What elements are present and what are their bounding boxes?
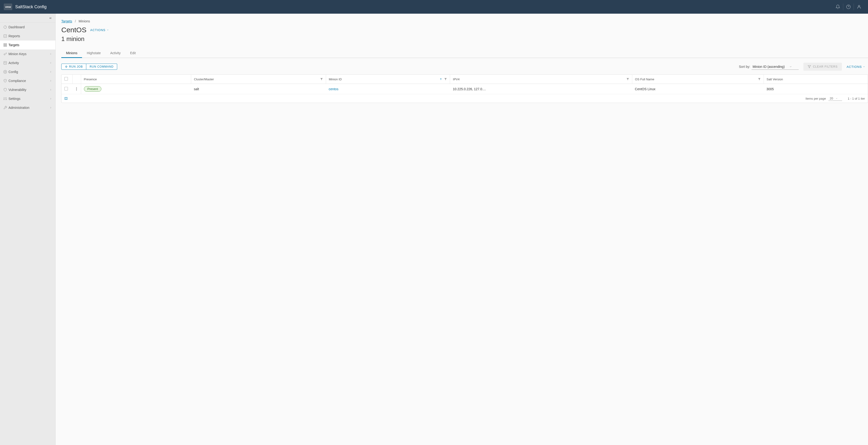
bolt-icon	[65, 65, 68, 68]
select-all-checkbox[interactable]	[64, 77, 68, 80]
chevron-double-left-icon	[49, 16, 52, 20]
run-command-button[interactable]: RUN COMMAND	[86, 64, 117, 70]
arrow-up-icon[interactable]	[439, 78, 442, 80]
sidebar-item-activity[interactable]: Activity	[0, 59, 55, 67]
sort-label: Sort by:	[739, 65, 750, 69]
sidebar-item-config[interactable]: Config	[0, 67, 55, 76]
help-icon[interactable]	[843, 0, 854, 14]
svg-rect-6	[5, 43, 7, 45]
svg-point-0	[846, 5, 850, 9]
sidebar-item-label: Config	[8, 70, 49, 74]
vmw-logo: vmw	[4, 3, 12, 10]
columns-picker[interactable]	[64, 97, 68, 100]
sidebar-item-minion-keys[interactable]: Minion Keys	[0, 49, 55, 59]
col-label: Salt Version	[767, 77, 783, 81]
chevron-right-icon	[49, 62, 52, 64]
pagination-range: 1 - 1 of 1 iter	[848, 97, 865, 100]
sidebar-item-label: Targets	[8, 43, 52, 47]
select-all-header	[62, 75, 72, 84]
page-actions-label: ACTIONS	[90, 28, 105, 32]
col-label: Minion ID	[329, 77, 342, 81]
wrench-icon	[3, 106, 8, 109]
sidebar-item-vulnerability[interactable]: Vulnerability	[0, 85, 55, 94]
header-actions	[833, 0, 864, 14]
svg-marker-23	[320, 78, 323, 80]
col-salt-version[interactable]: Salt Version	[764, 75, 868, 84]
tab-activity[interactable]: Activity	[105, 49, 125, 58]
chevron-right-icon	[49, 70, 52, 73]
tab-highstate[interactable]: Highstate	[82, 49, 105, 58]
sidebar-item-label: Vulnerability	[8, 88, 49, 92]
table-actions-dropdown[interactable]: ACTIONS	[846, 65, 865, 69]
sidebar-item-label: Activity	[8, 61, 49, 65]
sidebar-item-administration[interactable]: Administration	[0, 103, 55, 112]
page-title: CentOS	[61, 26, 87, 34]
breadcrumb-current: Minions	[79, 19, 90, 23]
sliders-icon	[3, 97, 8, 101]
minions-table: Presence Cluster/Master Minion ID IPV4 O…	[61, 74, 868, 103]
run-job-button[interactable]: RUN JOB	[61, 64, 86, 70]
gauge-icon	[3, 25, 8, 29]
minion-link[interactable]: centos	[329, 87, 338, 91]
row-menu[interactable]	[75, 87, 78, 92]
shield-icon	[3, 88, 8, 92]
app-header: vmw SaltStack Config	[0, 0, 868, 14]
sort-select[interactable]: Minion ID (ascending)	[751, 64, 799, 70]
filter-icon[interactable]	[444, 78, 447, 80]
cell-salt-version: 3005	[764, 84, 868, 94]
breadcrumb-root[interactable]: Targets	[61, 19, 72, 23]
app-title: SaltStack Config	[15, 4, 833, 9]
chevron-right-icon	[49, 53, 52, 55]
run-command-label: RUN COMMAND	[90, 65, 114, 68]
col-label: IPV4	[453, 77, 460, 81]
filter-icon[interactable]	[626, 78, 629, 80]
col-label: Cluster/Master	[194, 77, 214, 81]
presence-badge: Present	[84, 86, 102, 92]
filter-icon[interactable]	[758, 78, 761, 80]
svg-point-9	[4, 54, 5, 55]
sidebar-item-label: Dashboard	[8, 25, 52, 29]
run-job-label: RUN JOB	[69, 65, 83, 68]
chevron-right-icon	[49, 79, 52, 82]
col-presence[interactable]: Presence	[81, 75, 191, 84]
page-actions-dropdown[interactable]: ACTIONS	[90, 28, 109, 32]
svg-marker-26	[627, 78, 629, 80]
cell-presence: Present	[81, 84, 191, 94]
user-icon[interactable]	[854, 0, 864, 14]
sidebar-item-settings[interactable]: Settings	[0, 94, 55, 103]
sidebar-item-compliance[interactable]: Compliance	[0, 76, 55, 85]
tab-edit[interactable]: Edit	[125, 49, 141, 58]
sidebar-item-dashboard[interactable]: Dashboard	[0, 23, 55, 32]
bell-icon[interactable]	[833, 0, 843, 14]
chevron-down-icon	[863, 66, 865, 68]
main-content: Targets / Minions CentOS ACTIONS 1 minio…	[56, 14, 868, 445]
chevron-right-icon	[49, 97, 52, 100]
sidebar-collapse[interactable]	[0, 14, 55, 23]
columns-icon	[64, 97, 68, 100]
filter-icon[interactable]	[320, 78, 323, 80]
col-cluster[interactable]: Cluster/Master	[191, 75, 326, 84]
col-minion-id[interactable]: Minion ID	[326, 75, 450, 84]
filter-icon	[808, 65, 811, 68]
tab-minions[interactable]: Minions	[61, 49, 82, 58]
row-checkbox[interactable]	[64, 87, 68, 91]
table-footer: Items per page 20 1 - 1 of 1 iter	[62, 94, 868, 103]
svg-marker-21	[65, 66, 67, 68]
sidebar-item-label: Reports	[8, 34, 52, 38]
col-label: Presence	[84, 77, 97, 81]
table-header-row: Presence Cluster/Master Minion ID IPV4 O…	[62, 75, 868, 84]
chevron-right-icon	[49, 88, 52, 91]
clear-filters-button[interactable]: CLEAR FILTERS	[803, 63, 842, 71]
shield-check-icon	[3, 79, 8, 83]
sidebar-item-targets[interactable]: Targets	[0, 40, 55, 49]
cell-minion-id: centos	[326, 84, 450, 94]
items-per-page-select[interactable]: 20	[828, 96, 842, 101]
svg-point-2	[858, 5, 860, 7]
svg-rect-7	[4, 45, 5, 46]
col-ipv4[interactable]: IPV4	[450, 75, 632, 84]
table-actions-label: ACTIONS	[846, 65, 862, 69]
sidebar-item-reports[interactable]: Reports	[0, 32, 55, 40]
items-per-page-value: 20	[830, 97, 833, 100]
grid-icon	[3, 43, 8, 47]
col-os[interactable]: OS Full Name	[632, 75, 764, 84]
